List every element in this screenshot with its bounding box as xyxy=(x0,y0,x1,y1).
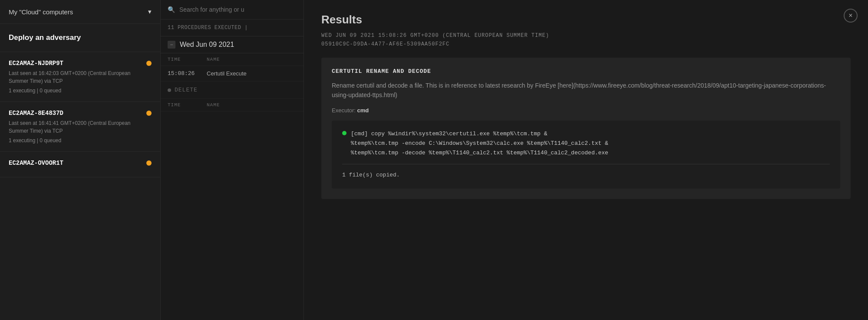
result-timestamp: WED JUN 09 2021 15:08:26 GMT+0200 (CENTR… xyxy=(321,33,851,39)
search-bar: 🔍 xyxy=(161,0,304,20)
card-title: CERTUTIL RENAME AND DECODE xyxy=(332,68,840,75)
executor-label: Executor: xyxy=(332,107,356,114)
search-input[interactable] xyxy=(179,6,297,13)
close-button[interactable]: × xyxy=(844,9,858,23)
agent-header-2: EC2AMAZ-8E4837D xyxy=(9,110,152,117)
command-text: [cmd] copy %windir%\system32\certutil.ex… xyxy=(351,129,608,158)
agent-name-1: EC2AMAZ-NJDRP9T xyxy=(9,60,63,67)
procedure-item-1[interactable]: 15:08:26 Certutil Execute xyxy=(161,66,304,82)
agent-meta-2: Last seen at 16:41:41 GMT+0200 (Central … xyxy=(9,119,152,135)
results-title: Results xyxy=(321,13,851,26)
second-columns: TIME NAME xyxy=(161,99,304,111)
agent-header-1: EC2AMAZ-NJDRP9T xyxy=(9,60,152,67)
procedures-bar: 11 PROCEDURES EXECUTED | xyxy=(161,20,304,36)
command-header: [cmd] copy %windir%\system32\certutil.ex… xyxy=(342,129,830,158)
executor-value: cmd xyxy=(357,107,369,114)
result-card: CERTUTIL RENAME AND DECODE Rename certut… xyxy=(321,58,851,199)
card-description: Rename certutil and decode a file. This … xyxy=(332,81,840,100)
agent-item-1[interactable]: EC2AMAZ-NJDRP9T Last seen at 16:42:03 GM… xyxy=(0,52,160,102)
executor-line: Executor: cmd xyxy=(332,107,840,114)
middle-panel: 🔍 11 PROCEDURES EXECUTED | − Wed Jun 09 … xyxy=(161,0,304,320)
col-time-header-2: TIME xyxy=(168,102,207,108)
agent-meta-1: Last seen at 16:42:03 GMT+0200 (Central … xyxy=(9,69,152,85)
status-dot-2 xyxy=(146,111,152,116)
proc-time-1: 15:08:26 xyxy=(168,70,207,77)
agent-name-3: EC2AMAZ-OVOOR1T xyxy=(9,160,63,167)
agent-stats-1: 1 executing | 0 queued xyxy=(9,88,152,94)
agent-item-2[interactable]: EC2AMAZ-8E4837D Last seen at 16:41:41 GM… xyxy=(0,102,160,152)
col-name-header-2: NAME xyxy=(207,102,297,108)
green-status-dot xyxy=(342,131,347,135)
collapse-button[interactable]: − xyxy=(168,41,175,49)
status-dot-1 xyxy=(146,61,152,66)
procedure-columns: TIME NAME xyxy=(161,53,304,66)
agent-stats-2: 1 executing | 0 queued xyxy=(9,137,152,144)
search-icon: 🔍 xyxy=(168,6,175,13)
col-time-header: TIME xyxy=(168,57,207,62)
dropdown-label: My "Cloud" computers xyxy=(9,8,73,16)
proc-name-1: Certutil Execute xyxy=(207,70,297,77)
deploy-label: Deploy an adversary xyxy=(9,33,81,42)
status-dot-3 xyxy=(146,160,152,166)
date-label: Wed Jun 09 2021 xyxy=(180,41,234,49)
col-name-header: NAME xyxy=(207,57,297,62)
result-hash: 05910C9C-D9DA-4A77-AF6E-5309AA50F2FC xyxy=(321,41,851,47)
agent-header-3: EC2AMAZ-OVOOR1T xyxy=(9,160,152,167)
right-panel: × Results WED JUN 09 2021 15:08:26 GMT+0… xyxy=(304,0,868,320)
command-block: [cmd] copy %windir%\system32\certutil.ex… xyxy=(332,121,840,189)
agent-item-3[interactable]: EC2AMAZ-OVOOR1T xyxy=(0,152,160,177)
delete-dot-icon xyxy=(168,88,171,92)
delete-label: DELETE xyxy=(175,87,198,93)
delete-section[interactable]: DELETE xyxy=(161,82,304,99)
agent-name-2: EC2AMAZ-8E4837D xyxy=(9,110,63,117)
deploy-section: Deploy an adversary xyxy=(0,24,160,52)
date-group: − Wed Jun 09 2021 xyxy=(161,36,304,53)
left-panel: My "Cloud" computers ▾ Deploy an adversa… xyxy=(0,0,161,320)
computer-dropdown[interactable]: My "Cloud" computers ▾ xyxy=(0,0,160,24)
output-text: 1 file(s) copied. xyxy=(342,164,830,180)
chevron-down-icon: ▾ xyxy=(148,8,152,16)
